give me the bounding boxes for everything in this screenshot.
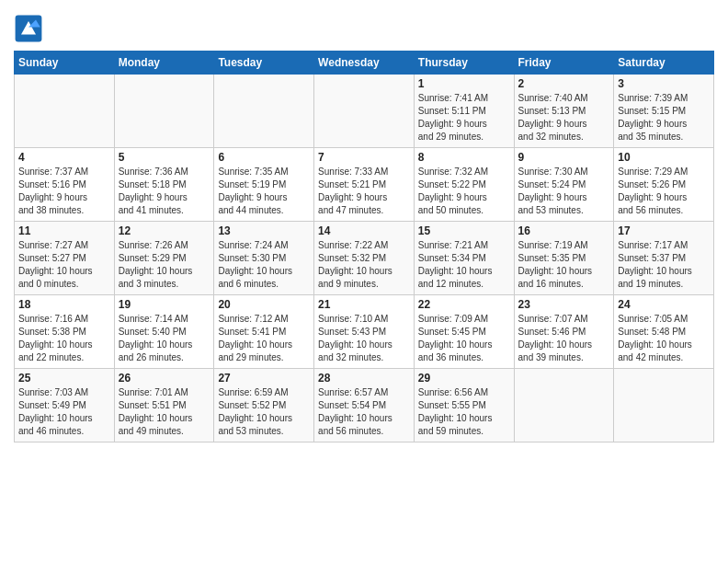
cell-content: Sunrise: 7:12 AM Sunset: 5:41 PM Dayligh…: [218, 313, 310, 364]
cell-content: Sunrise: 7:10 AM Sunset: 5:43 PM Dayligh…: [318, 313, 410, 364]
logo-icon: [14, 14, 43, 43]
cell-content: Sunrise: 7:35 AM Sunset: 5:19 PM Dayligh…: [218, 166, 310, 217]
day-number: 22: [418, 298, 510, 311]
week-row-1: 1Sunrise: 7:41 AM Sunset: 5:11 PM Daylig…: [15, 75, 714, 148]
calendar-cell: 7Sunrise: 7:33 AM Sunset: 5:21 PM Daylig…: [314, 148, 415, 222]
calendar-cell: 3Sunrise: 7:39 AM Sunset: 5:15 PM Daylig…: [614, 75, 714, 148]
calendar-cell: 17Sunrise: 7:17 AM Sunset: 5:37 PM Dayli…: [614, 222, 714, 295]
calendar-cell: 19Sunrise: 7:14 AM Sunset: 5:40 PM Dayli…: [114, 295, 214, 369]
day-number: 16: [518, 224, 610, 237]
col-header-thursday: Thursday: [414, 52, 514, 75]
day-number: 3: [618, 77, 710, 90]
calendar-cell: 8Sunrise: 7:32 AM Sunset: 5:22 PM Daylig…: [414, 148, 514, 222]
calendar-cell: 27Sunrise: 6:59 AM Sunset: 5:52 PM Dayli…: [214, 369, 314, 442]
week-row-3: 11Sunrise: 7:27 AM Sunset: 5:27 PM Dayli…: [15, 222, 714, 295]
cell-content: Sunrise: 7:19 AM Sunset: 5:35 PM Dayligh…: [518, 239, 610, 291]
day-number: 2: [518, 77, 610, 90]
cell-content: Sunrise: 7:37 AM Sunset: 5:16 PM Dayligh…: [18, 166, 110, 217]
cell-content: Sunrise: 7:05 AM Sunset: 5:48 PM Dayligh…: [618, 313, 710, 364]
day-number: 24: [618, 298, 710, 311]
day-number: 13: [218, 224, 310, 237]
calendar-cell: 6Sunrise: 7:35 AM Sunset: 5:19 PM Daylig…: [214, 148, 314, 222]
day-number: 6: [218, 151, 310, 164]
day-number: 26: [119, 372, 210, 385]
header-row: SundayMondayTuesdayWednesdayThursdayFrid…: [15, 52, 714, 75]
calendar-cell: 15Sunrise: 7:21 AM Sunset: 5:34 PM Dayli…: [414, 222, 514, 295]
cell-content: Sunrise: 7:22 AM Sunset: 5:32 PM Dayligh…: [318, 239, 410, 291]
day-number: 28: [318, 372, 410, 385]
col-header-saturday: Saturday: [614, 52, 714, 75]
day-number: 12: [119, 224, 210, 237]
cell-content: Sunrise: 6:57 AM Sunset: 5:54 PM Dayligh…: [318, 386, 410, 438]
col-header-monday: Monday: [114, 52, 214, 75]
calendar-cell: [15, 75, 115, 148]
day-number: 4: [18, 151, 110, 164]
day-number: 8: [418, 151, 510, 164]
day-number: 27: [218, 372, 310, 385]
day-number: 1: [418, 77, 510, 90]
calendar-cell: 11Sunrise: 7:27 AM Sunset: 5:27 PM Dayli…: [15, 222, 115, 295]
calendar-cell: [214, 75, 314, 148]
cell-content: Sunrise: 7:14 AM Sunset: 5:40 PM Dayligh…: [119, 313, 210, 364]
week-row-4: 18Sunrise: 7:16 AM Sunset: 5:38 PM Dayli…: [15, 295, 714, 369]
col-header-sunday: Sunday: [15, 52, 115, 75]
cell-content: Sunrise: 7:29 AM Sunset: 5:26 PM Dayligh…: [618, 166, 710, 217]
calendar-cell: 16Sunrise: 7:19 AM Sunset: 5:35 PM Dayli…: [514, 222, 614, 295]
cell-content: Sunrise: 7:01 AM Sunset: 5:51 PM Dayligh…: [119, 386, 210, 438]
calendar-cell: 9Sunrise: 7:30 AM Sunset: 5:24 PM Daylig…: [514, 148, 614, 222]
calendar-cell: 24Sunrise: 7:05 AM Sunset: 5:48 PM Dayli…: [614, 295, 714, 369]
calendar-cell: 13Sunrise: 7:24 AM Sunset: 5:30 PM Dayli…: [214, 222, 314, 295]
day-number: 9: [518, 151, 610, 164]
cell-content: Sunrise: 7:07 AM Sunset: 5:46 PM Dayligh…: [518, 313, 610, 364]
page-header: [14, 9, 714, 43]
cell-content: Sunrise: 6:56 AM Sunset: 5:55 PM Dayligh…: [418, 386, 510, 438]
cell-content: Sunrise: 7:16 AM Sunset: 5:38 PM Dayligh…: [18, 313, 110, 364]
calendar-cell: 18Sunrise: 7:16 AM Sunset: 5:38 PM Dayli…: [15, 295, 115, 369]
calendar-cell: 2Sunrise: 7:40 AM Sunset: 5:13 PM Daylig…: [514, 75, 614, 148]
cell-content: Sunrise: 7:40 AM Sunset: 5:13 PM Dayligh…: [518, 92, 610, 144]
day-number: 15: [418, 224, 510, 237]
cell-content: Sunrise: 7:32 AM Sunset: 5:22 PM Dayligh…: [418, 166, 510, 217]
col-header-tuesday: Tuesday: [214, 52, 314, 75]
calendar-cell: 28Sunrise: 6:57 AM Sunset: 5:54 PM Dayli…: [314, 369, 415, 442]
week-row-5: 25Sunrise: 7:03 AM Sunset: 5:49 PM Dayli…: [15, 369, 714, 442]
cell-content: Sunrise: 7:39 AM Sunset: 5:15 PM Dayligh…: [618, 92, 710, 144]
day-number: 25: [18, 372, 110, 385]
calendar-table: SundayMondayTuesdayWednesdayThursdayFrid…: [14, 51, 714, 442]
day-number: 10: [618, 151, 710, 164]
calendar-cell: 5Sunrise: 7:36 AM Sunset: 5:18 PM Daylig…: [114, 148, 214, 222]
calendar-cell: [514, 369, 614, 442]
calendar-cell: 23Sunrise: 7:07 AM Sunset: 5:46 PM Dayli…: [514, 295, 614, 369]
calendar-cell: 25Sunrise: 7:03 AM Sunset: 5:49 PM Dayli…: [15, 369, 115, 442]
day-number: 19: [119, 298, 210, 311]
day-number: 18: [18, 298, 110, 311]
calendar-cell: 26Sunrise: 7:01 AM Sunset: 5:51 PM Dayli…: [114, 369, 214, 442]
calendar-cell: 29Sunrise: 6:56 AM Sunset: 5:55 PM Dayli…: [414, 369, 514, 442]
day-number: 14: [318, 224, 410, 237]
cell-content: Sunrise: 7:09 AM Sunset: 5:45 PM Dayligh…: [418, 313, 510, 364]
calendar-cell: [314, 75, 415, 148]
week-row-2: 4Sunrise: 7:37 AM Sunset: 5:16 PM Daylig…: [15, 148, 714, 222]
calendar-cell: 4Sunrise: 7:37 AM Sunset: 5:16 PM Daylig…: [15, 148, 115, 222]
cell-content: Sunrise: 7:33 AM Sunset: 5:21 PM Dayligh…: [318, 166, 410, 217]
col-header-wednesday: Wednesday: [314, 52, 415, 75]
cell-content: Sunrise: 7:21 AM Sunset: 5:34 PM Dayligh…: [418, 239, 510, 291]
logo: [14, 14, 47, 43]
calendar-cell: 20Sunrise: 7:12 AM Sunset: 5:41 PM Dayli…: [214, 295, 314, 369]
calendar-cell: 21Sunrise: 7:10 AM Sunset: 5:43 PM Dayli…: [314, 295, 415, 369]
calendar-cell: 1Sunrise: 7:41 AM Sunset: 5:11 PM Daylig…: [414, 75, 514, 148]
cell-content: Sunrise: 7:03 AM Sunset: 5:49 PM Dayligh…: [18, 386, 110, 438]
cell-content: Sunrise: 7:30 AM Sunset: 5:24 PM Dayligh…: [518, 166, 610, 217]
day-number: 5: [119, 151, 210, 164]
calendar-cell: 22Sunrise: 7:09 AM Sunset: 5:45 PM Dayli…: [414, 295, 514, 369]
day-number: 17: [618, 224, 710, 237]
calendar-cell: [614, 369, 714, 442]
day-number: 7: [318, 151, 410, 164]
calendar-cell: 10Sunrise: 7:29 AM Sunset: 5:26 PM Dayli…: [614, 148, 714, 222]
calendar-cell: 14Sunrise: 7:22 AM Sunset: 5:32 PM Dayli…: [314, 222, 415, 295]
cell-content: Sunrise: 7:36 AM Sunset: 5:18 PM Dayligh…: [119, 166, 210, 217]
day-number: 29: [418, 372, 510, 385]
day-number: 20: [218, 298, 310, 311]
cell-content: Sunrise: 7:24 AM Sunset: 5:30 PM Dayligh…: [218, 239, 310, 291]
day-number: 23: [518, 298, 610, 311]
